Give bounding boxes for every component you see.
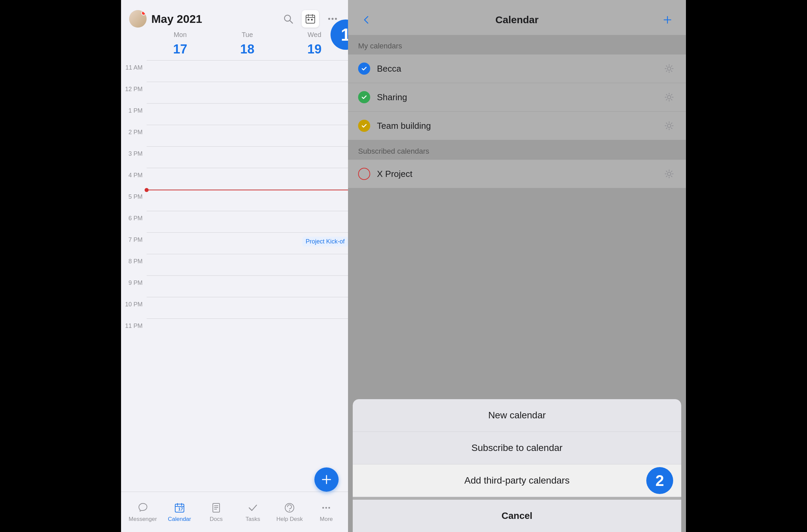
back-icon bbox=[362, 15, 371, 24]
nav-more[interactable]: More bbox=[308, 502, 345, 522]
svg-point-30 bbox=[668, 95, 671, 99]
svg-rect-6 bbox=[308, 19, 309, 20]
nav-calendar[interactable]: 17 Calendar bbox=[161, 502, 198, 522]
third-party-label: Add third-party calendars bbox=[464, 475, 570, 486]
plus-icon bbox=[321, 474, 332, 486]
action-sheet: New calendar Subscribe to calendar Add t… bbox=[348, 399, 686, 532]
day-number-17: 17 bbox=[171, 40, 189, 58]
messenger-icon bbox=[137, 502, 149, 514]
time-label-4pm: 4 PM bbox=[121, 165, 147, 186]
check-icon-teambuilding bbox=[361, 122, 367, 129]
time-cells-7pm: Project Kick-of bbox=[147, 232, 348, 254]
calendar-nav-icon: 17 bbox=[173, 502, 186, 514]
time-cells-5pm bbox=[147, 189, 348, 211]
search-button[interactable] bbox=[281, 12, 295, 26]
becca-settings-button[interactable] bbox=[662, 62, 676, 75]
time-row-10pm: 10 PM bbox=[121, 297, 348, 319]
tasks-icon bbox=[247, 502, 259, 514]
subscribe-calendar-option[interactable]: Subscribe to calendar bbox=[353, 432, 681, 464]
time-grid: 11 AM 12 PM 1 PM 2 PM 3 PM bbox=[121, 60, 348, 492]
time-label-8pm: 8 PM bbox=[121, 250, 147, 272]
subscribe-label: Subscribe to calendar bbox=[472, 442, 562, 453]
time-label-12pm: 12 PM bbox=[121, 78, 147, 100]
time-label-10pm: 10 PM bbox=[121, 293, 147, 315]
time-cells-3pm bbox=[147, 146, 348, 168]
time-cells-9pm bbox=[147, 276, 348, 297]
xproject-label: X Project bbox=[377, 169, 662, 179]
svg-point-9 bbox=[331, 18, 333, 20]
time-cells-8pm bbox=[147, 254, 348, 276]
teambuilding-check bbox=[358, 120, 370, 132]
calendar-item-becca[interactable]: Becca bbox=[348, 55, 686, 83]
day-tuesday[interactable]: Tue 18 bbox=[214, 31, 281, 58]
gear-icon-xproject bbox=[664, 169, 674, 179]
cancel-label: Cancel bbox=[502, 511, 533, 521]
event-chip-project-kickoff[interactable]: Project Kick-of bbox=[302, 237, 348, 247]
time-cells-12pm bbox=[147, 82, 348, 103]
cancel-option[interactable]: Cancel bbox=[353, 497, 681, 532]
time-label-11am: 11 AM bbox=[121, 60, 147, 78]
nav-docs[interactable]: Docs bbox=[198, 502, 234, 522]
time-label-6pm: 6 PM bbox=[121, 208, 147, 229]
svg-point-29 bbox=[668, 67, 671, 70]
calendar-item-sharing[interactable]: Sharing bbox=[348, 83, 686, 112]
day-number-19: 19 bbox=[305, 40, 324, 58]
time-row-11pm: 11 PM bbox=[121, 319, 348, 340]
new-calendar-label: New calendar bbox=[488, 410, 546, 420]
calendar-list-header: Calendar bbox=[348, 0, 686, 35]
sharing-settings-button[interactable] bbox=[662, 91, 676, 104]
time-row-1pm: 1 PM bbox=[121, 103, 348, 125]
calendar-item-xproject[interactable]: X Project bbox=[348, 160, 686, 188]
time-label-1pm: 1 PM bbox=[121, 100, 147, 121]
nav-messenger[interactable]: Messenger bbox=[124, 502, 161, 522]
month-title: May 2021 bbox=[151, 13, 281, 25]
current-time-indicator bbox=[147, 190, 348, 190]
search-icon bbox=[283, 14, 293, 24]
time-label-7pm: 7 PM bbox=[121, 229, 147, 250]
day-name-tue: Tue bbox=[214, 31, 281, 39]
xproject-settings-button[interactable] bbox=[662, 167, 676, 180]
svg-point-8 bbox=[328, 18, 330, 20]
bottom-nav: Messenger 17 Calendar bbox=[121, 492, 348, 532]
nav-label-messenger: Messenger bbox=[129, 516, 157, 522]
nav-tasks[interactable]: Tasks bbox=[235, 502, 271, 522]
nav-label-docs: Docs bbox=[210, 516, 223, 522]
teambuilding-settings-button[interactable] bbox=[662, 119, 676, 133]
svg-text:17: 17 bbox=[178, 507, 183, 512]
nav-label-calendar: Calendar bbox=[168, 516, 191, 522]
plus-add-icon bbox=[663, 15, 672, 24]
action-sheet-inner: New calendar Subscribe to calendar Add t… bbox=[353, 399, 681, 532]
nav-label-more: More bbox=[320, 516, 333, 522]
time-label-3pm: 3 PM bbox=[121, 143, 147, 165]
nav-helpdesk[interactable]: Help Desk bbox=[271, 502, 308, 522]
becca-check bbox=[358, 62, 370, 75]
new-calendar-option[interactable]: New calendar bbox=[353, 399, 681, 432]
time-row-12pm: 12 PM bbox=[121, 82, 348, 103]
current-time-dot bbox=[145, 188, 149, 192]
time-row-3pm: 3 PM bbox=[121, 146, 348, 168]
check-icon-sharing bbox=[361, 94, 367, 100]
time-label-11pm: 11 PM bbox=[121, 315, 147, 337]
gear-icon-sharing bbox=[664, 92, 674, 102]
time-cells-6pm bbox=[147, 211, 348, 232]
svg-point-25 bbox=[326, 507, 327, 509]
calendar-list-panel: Calendar My calendars Becca bbox=[348, 0, 686, 532]
day-number-18: 18 bbox=[238, 40, 256, 58]
my-calendars-section-label: My calendars bbox=[348, 35, 686, 55]
third-party-calendar-option[interactable]: Add third-party calendars 2 bbox=[353, 464, 681, 497]
header-icons bbox=[281, 10, 340, 27]
calendar-view-button[interactable] bbox=[302, 10, 319, 27]
calendar-item-teambuilding[interactable]: Team building bbox=[348, 112, 686, 140]
add-calendar-button[interactable] bbox=[659, 12, 676, 28]
gear-icon-becca bbox=[664, 63, 674, 74]
nav-label-tasks: Tasks bbox=[246, 516, 260, 522]
back-button[interactable] bbox=[358, 12, 375, 28]
day-monday[interactable]: Mon 17 bbox=[147, 31, 214, 58]
time-row-4pm: 4 PM bbox=[121, 168, 348, 189]
avatar[interactable] bbox=[129, 10, 147, 27]
svg-point-10 bbox=[335, 18, 337, 20]
time-row-5pm: 5 PM bbox=[121, 189, 348, 211]
calendar-panel: May 2021 bbox=[121, 0, 348, 532]
svg-line-1 bbox=[290, 20, 292, 23]
add-event-fab[interactable] bbox=[314, 468, 339, 492]
